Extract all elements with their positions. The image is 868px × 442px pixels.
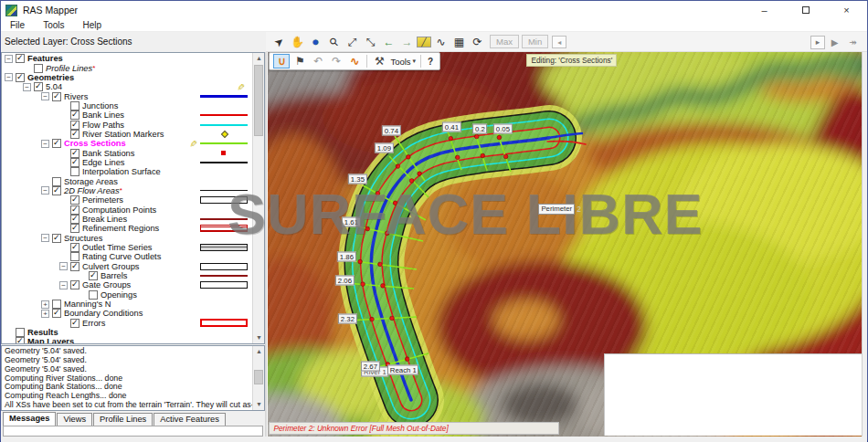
- checkbox[interactable]: [70, 319, 79, 328]
- station-label-0.2[interactable]: 0.2: [472, 124, 487, 134]
- checkbox[interactable]: [70, 262, 79, 271]
- close-button[interactable]: ×: [826, 1, 867, 19]
- checkbox[interactable]: [70, 243, 79, 252]
- expand-minus-icon[interactable]: −: [59, 281, 68, 289]
- reach-name-label[interactable]: Reach 1: [387, 365, 418, 375]
- tree-item-culvert-groups[interactable]: −Culvert Groups: [3, 262, 251, 271]
- tree-item-rating-curve-outlets[interactable]: Rating Curve Outlets: [3, 252, 251, 261]
- station-label-0.41[interactable]: 0.41: [442, 122, 460, 132]
- edit-polyline-tool[interactable]: ∿: [345, 54, 364, 68]
- expand-plus-icon[interactable]: +: [41, 310, 49, 318]
- tree-item-break-lines[interactable]: Break Lines: [3, 215, 251, 224]
- tree-item-barrels[interactable]: Barrels: [3, 271, 251, 280]
- tree-item-rivers[interactable]: −Rivers: [3, 91, 251, 100]
- tree-item-cross-sections[interactable]: −Cross Sections✎: [3, 139, 251, 148]
- checkbox[interactable]: [52, 234, 61, 243]
- expand-minus-icon[interactable]: −: [5, 55, 13, 63]
- grid-tool-button[interactable]: ▦: [450, 34, 468, 50]
- checkbox[interactable]: [34, 64, 43, 73]
- tree-item-refinement-regions[interactable]: Refinement Regions: [3, 224, 251, 233]
- tree-item-perimeters[interactable]: Perimeters: [3, 195, 251, 205]
- checkbox[interactable]: [70, 158, 79, 167]
- tab-views[interactable]: Views: [57, 413, 92, 426]
- expand-minus-icon[interactable]: −: [41, 234, 49, 242]
- maximize-button[interactable]: [785, 1, 826, 19]
- checkbox[interactable]: [52, 139, 61, 148]
- scroll-down-icon[interactable]: ▼: [253, 332, 264, 343]
- menu-item-tools[interactable]: Tools: [41, 20, 66, 30]
- zoom-window-button[interactable]: ⤢: [344, 34, 361, 50]
- map-canvas[interactable]: ∪⚑↶↷∿⚒Tools▾? Editing: 'Cross Sections' …: [267, 52, 862, 437]
- scroll-up-icon[interactable]: ▲: [253, 53, 264, 64]
- help-button[interactable]: ?: [424, 57, 437, 67]
- play-animation-button[interactable]: ▶: [826, 34, 843, 50]
- profile-tool-button[interactable]: ∿: [432, 34, 450, 50]
- tools-menu-button[interactable]: ⚒Tools▾: [370, 54, 418, 68]
- select-feature-tool[interactable]: ⚑: [291, 54, 309, 68]
- tree-item-junctions[interactable]: Junctions: [3, 101, 251, 110]
- checkbox[interactable]: [52, 92, 61, 101]
- expand-minus-icon[interactable]: −: [41, 186, 49, 195]
- checkbox[interactable]: [70, 130, 79, 139]
- tree-scroll-thumb[interactable]: [254, 65, 263, 136]
- scroll-up-icon[interactable]: ▲: [253, 346, 264, 357]
- tree-item-profile-lines[interactable]: Profile Lines*: [3, 63, 251, 72]
- station-label-2.67[interactable]: 2.67: [361, 362, 379, 372]
- tree-item-gate-groups[interactable]: −Gate Groups: [3, 280, 251, 289]
- tree-item-interpolation-surface[interactable]: Interpolation Surface: [3, 167, 251, 176]
- tree-item-errors[interactable]: Errors: [3, 319, 251, 328]
- tree-item-map-layers[interactable]: Map Layers: [3, 337, 251, 344]
- frame-spinner[interactable]: ◂: [552, 36, 566, 48]
- messages-scroll-thumb[interactable]: [254, 370, 263, 384]
- station-label-2.06[interactable]: 2.06: [335, 276, 354, 286]
- checkbox[interactable]: [70, 280, 79, 289]
- expand-minus-icon[interactable]: −: [59, 262, 68, 270]
- title-bar[interactable]: RAS Mapper – ×: [1, 1, 867, 19]
- expand-minus-icon[interactable]: −: [41, 140, 49, 148]
- tree-item-storage-areas[interactable]: Storage Areas: [3, 176, 251, 185]
- expand-minus-icon[interactable]: −: [23, 83, 31, 91]
- messages-panel[interactable]: Geometry '5.04' saved.Geometry '5.04' sa…: [1, 345, 265, 411]
- tab-profile-lines[interactable]: Profile Lines: [93, 413, 153, 426]
- station-label-2.32[interactable]: 2.32: [338, 314, 356, 324]
- min-button[interactable]: Min: [522, 35, 548, 48]
- tree-item-edge-lines[interactable]: Edge Lines: [3, 158, 251, 167]
- tree-item-openings[interactable]: Openings: [3, 290, 251, 300]
- zoom-out-button[interactable]: ⤡: [362, 34, 379, 50]
- measure-tool-button[interactable]: ╱: [417, 37, 431, 47]
- checkbox[interactable]: [16, 54, 25, 63]
- expand-minus-icon[interactable]: −: [41, 92, 49, 100]
- station-label-0.74[interactable]: 0.74: [382, 126, 400, 136]
- tree-item-2d-flow-areas[interactable]: −2D Flow Areas*: [3, 186, 251, 195]
- expand-minus-icon[interactable]: −: [5, 73, 13, 81]
- menu-item-help[interactable]: Help: [80, 20, 103, 30]
- expand-plus-icon[interactable]: +: [41, 300, 49, 309]
- station-label-1.61[interactable]: 1.61: [342, 217, 360, 227]
- checkbox[interactable]: [70, 224, 79, 233]
- station-label-1.86[interactable]: 1.86: [337, 252, 355, 262]
- tree-item-outlet-time-series[interactable]: Outlet Time Series: [3, 243, 251, 252]
- previous-extent-button[interactable]: ←: [380, 34, 397, 50]
- tree-item-5-04[interactable]: −5.04✎: [3, 82, 251, 91]
- rotate-view-button[interactable]: ⟳: [469, 34, 486, 50]
- checkbox[interactable]: [16, 337, 25, 344]
- pan-tool[interactable]: ✋: [289, 34, 306, 50]
- tree-item-structures[interactable]: −Structures: [3, 234, 251, 243]
- minimize-button[interactable]: –: [744, 1, 785, 19]
- step-frame-button[interactable]: ▸: [810, 36, 825, 49]
- tree-item-boundary-conditions[interactable]: +Boundary Conditions: [3, 309, 251, 318]
- tree-item-computation-points[interactable]: Computation Points: [3, 205, 251, 215]
- checkbox[interactable]: [34, 82, 43, 91]
- draw-cross-section-tool[interactable]: ∪: [272, 54, 291, 68]
- tree-item-river-station-markers[interactable]: River Station Markers: [3, 130, 251, 139]
- checkbox[interactable]: [52, 309, 61, 318]
- max-button[interactable]: Max: [490, 35, 519, 48]
- checkbox[interactable]: [70, 167, 79, 176]
- next-extent-button[interactable]: →: [398, 34, 416, 50]
- checkbox[interactable]: [52, 186, 61, 195]
- station-label-1.35[interactable]: 1.35: [348, 174, 366, 184]
- station-label-1.09[interactable]: 1.09: [375, 143, 393, 153]
- messages-scrollbar[interactable]: ▲ ▼: [252, 346, 264, 410]
- checkbox[interactable]: [89, 271, 98, 280]
- redo-button[interactable]: ↷: [327, 54, 345, 68]
